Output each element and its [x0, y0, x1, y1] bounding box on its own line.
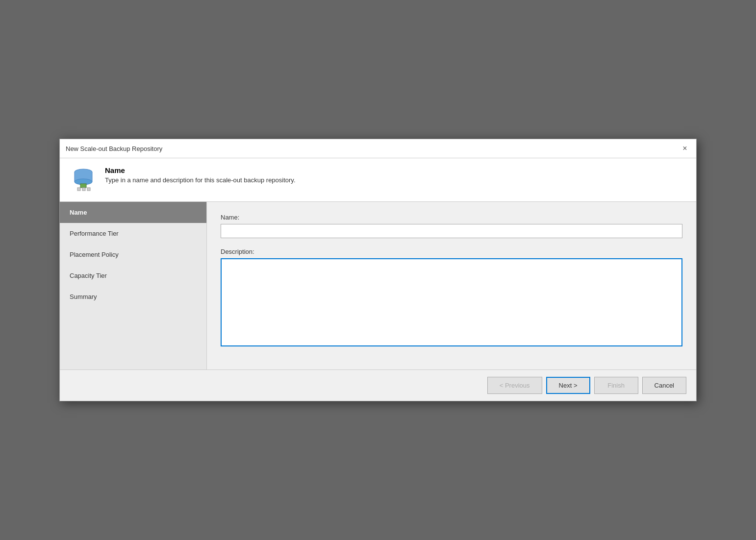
- description-label: Description:: [221, 248, 682, 255]
- content-area: Name Performance Tier Placement Policy C…: [60, 202, 696, 369]
- previous-button[interactable]: < Previous: [487, 377, 542, 394]
- database-icon: [70, 166, 97, 194]
- dialog-window: New Scale-out Backup Repository ×: [59, 139, 697, 401]
- svg-rect-5: [80, 184, 86, 188]
- header-title: Name: [105, 166, 296, 174]
- close-button[interactable]: ×: [680, 143, 690, 154]
- footer: < Previous Next > Finish Cancel: [60, 369, 696, 401]
- next-button[interactable]: Next >: [546, 377, 590, 394]
- sidebar-item-placement-policy[interactable]: Placement Policy: [60, 244, 206, 265]
- header-icon: [70, 166, 97, 194]
- title-bar: New Scale-out Backup Repository ×: [60, 139, 696, 158]
- svg-rect-7: [82, 188, 85, 191]
- name-input[interactable]: [221, 224, 682, 238]
- sidebar-item-summary[interactable]: Summary: [60, 286, 206, 307]
- svg-rect-8: [87, 188, 90, 191]
- name-label: Name:: [221, 214, 682, 221]
- description-input[interactable]: [221, 258, 682, 346]
- sidebar-item-capacity-tier[interactable]: Capacity Tier: [60, 265, 206, 286]
- main-form: Name: Description:: [207, 202, 696, 369]
- sidebar-item-name[interactable]: Name: [60, 202, 206, 223]
- dialog-title: New Scale-out Backup Repository: [66, 145, 162, 152]
- sidebar-item-performance-tier[interactable]: Performance Tier: [60, 223, 206, 244]
- description-field-group: Description:: [221, 248, 682, 348]
- sidebar: Name Performance Tier Placement Policy C…: [60, 202, 207, 369]
- cancel-button[interactable]: Cancel: [642, 377, 686, 394]
- header-section: Name Type in a name and description for …: [60, 158, 696, 202]
- name-field-group: Name:: [221, 214, 682, 238]
- header-text: Name Type in a name and description for …: [105, 166, 296, 184]
- finish-button[interactable]: Finish: [594, 377, 638, 394]
- header-description: Type in a name and description for this …: [105, 176, 296, 184]
- svg-rect-6: [77, 188, 80, 191]
